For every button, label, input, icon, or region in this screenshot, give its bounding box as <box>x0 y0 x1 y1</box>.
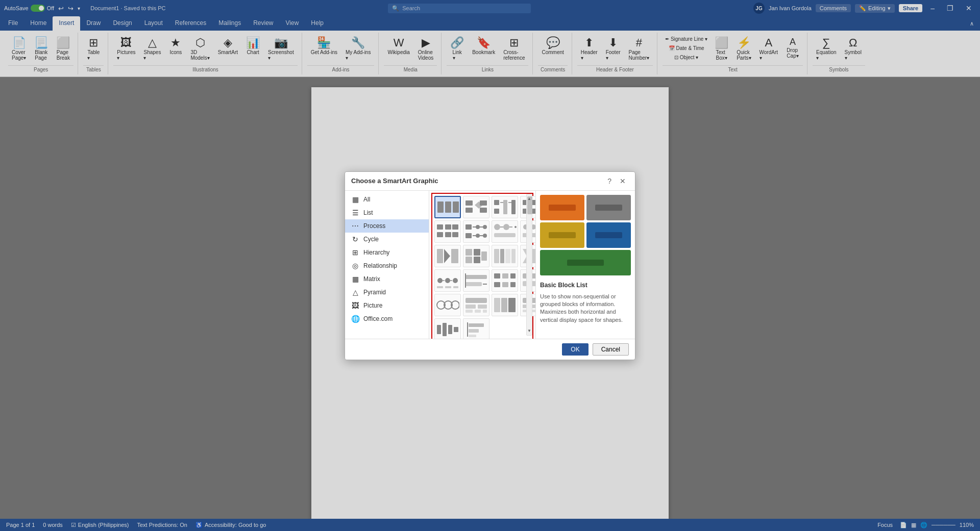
svg-rect-70 <box>445 286 451 288</box>
smartart-svg-5 <box>436 222 459 241</box>
svg-rect-22 <box>445 224 451 230</box>
smartart-svg-22 <box>464 320 488 339</box>
svg-rect-100 <box>437 325 441 334</box>
category-all[interactable]: ▦ All <box>345 193 429 206</box>
preview-gray <box>586 195 631 220</box>
svg-rect-105 <box>469 323 484 327</box>
smartart-svg-15 <box>493 271 517 290</box>
preview-blue <box>586 222 631 248</box>
category-relationship[interactable]: ◎ Relationship <box>345 259 429 272</box>
category-office-label: Office.com <box>363 315 393 322</box>
svg-rect-41 <box>494 233 516 237</box>
svg-rect-78 <box>502 273 508 279</box>
category-list[interactable]: ☰ List <box>345 206 429 219</box>
svg-rect-90 <box>478 305 487 309</box>
category-list-label: List <box>363 209 373 216</box>
preview-yellow-bar <box>549 232 575 238</box>
smartart-item-2[interactable] <box>463 196 489 218</box>
svg-rect-0 <box>437 201 444 213</box>
smartart-item-15[interactable] <box>492 269 518 292</box>
svg-rect-2 <box>453 201 459 213</box>
category-cycle[interactable]: ↻ Cycle <box>345 233 429 246</box>
svg-rect-81 <box>510 282 516 287</box>
smartart-item-17[interactable] <box>434 294 461 316</box>
category-all-label: All <box>363 196 370 203</box>
svg-rect-92 <box>475 310 481 313</box>
svg-rect-9 <box>494 209 499 214</box>
svg-point-31 <box>476 234 480 238</box>
ok-button[interactable]: OK <box>562 343 588 356</box>
smartart-svg-11 <box>493 246 517 266</box>
svg-rect-61 <box>511 249 516 263</box>
category-matrix-label: Matrix <box>363 275 380 283</box>
preview-blue-bar <box>595 232 622 238</box>
smartart-svg-9 <box>436 246 459 266</box>
svg-rect-52 <box>451 249 458 263</box>
svg-point-33 <box>483 225 487 229</box>
category-cycle-label: Cycle <box>363 236 379 243</box>
dialog-preview: Basic Block List Use to show non-sequent… <box>535 191 635 339</box>
category-hierarchy[interactable]: ⊞ Hierarchy <box>345 246 429 259</box>
category-picture[interactable]: 🖼 Picture <box>345 299 429 312</box>
smartart-item-21[interactable] <box>434 318 461 339</box>
category-pyramid-icon: △ <box>351 288 359 296</box>
smartart-svg-1 <box>436 197 459 217</box>
dialog-smartart-grid: ▼ ▲ <box>429 191 535 339</box>
smartart-item-3[interactable] <box>492 196 518 218</box>
dialog-close-button[interactable]: ✕ <box>617 176 629 186</box>
preview-name: Basic Block List <box>540 282 631 289</box>
smartart-svg-21 <box>436 320 459 339</box>
smartart-item-19[interactable] <box>492 294 518 316</box>
scrollbar-up[interactable]: ▲ <box>527 196 531 201</box>
smartart-item-18[interactable] <box>463 294 489 316</box>
smartart-item-5[interactable] <box>434 220 461 243</box>
svg-point-38 <box>503 224 509 230</box>
svg-rect-93 <box>483 310 487 313</box>
smartart-item-22[interactable] <box>463 318 489 339</box>
smartart-item-11[interactable] <box>492 245 518 267</box>
smartart-item-10[interactable] <box>463 245 489 267</box>
svg-rect-56 <box>474 257 480 263</box>
smartart-svg-3 <box>493 197 517 217</box>
svg-rect-55 <box>474 249 480 256</box>
svg-rect-7 <box>480 208 487 213</box>
svg-rect-3 <box>465 200 473 206</box>
dialog-footer: OK Cancel <box>345 339 635 360</box>
svg-rect-50 <box>437 249 443 263</box>
svg-rect-72 <box>465 275 487 279</box>
svg-rect-102 <box>448 325 452 334</box>
smartart-item-9[interactable] <box>434 245 461 267</box>
svg-rect-103 <box>454 327 458 332</box>
category-process[interactable]: ⋯ Process <box>345 219 429 233</box>
category-process-icon: ⋯ <box>351 222 359 230</box>
smartart-item-7[interactable] <box>492 220 518 243</box>
category-all-icon: ▦ <box>351 195 359 204</box>
svg-rect-23 <box>445 232 451 237</box>
preview-yellow <box>540 222 584 248</box>
svg-point-40 <box>514 226 517 228</box>
smartart-svg-18 <box>464 295 488 315</box>
svg-rect-106 <box>469 329 479 333</box>
svg-rect-89 <box>465 305 476 309</box>
preview-grid <box>540 195 631 275</box>
category-matrix[interactable]: ▦ Matrix <box>345 272 429 286</box>
smartart-item-14[interactable] <box>463 269 489 292</box>
scrollbar-down[interactable]: ▼ <box>527 328 531 333</box>
smartart-dialog: Choose a SmartArt Graphic ? ✕ ▦ All ☰ Li… <box>345 171 635 360</box>
category-matrix-icon: ▦ <box>351 275 359 283</box>
category-office[interactable]: 🌐 Office.com <box>345 312 429 325</box>
cancel-button[interactable]: Cancel <box>593 343 629 356</box>
svg-rect-60 <box>505 249 510 263</box>
smartart-scrollbar[interactable]: ▼ ▲ <box>526 194 532 336</box>
category-list-icon: ☰ <box>351 209 359 217</box>
svg-marker-51 <box>444 249 450 263</box>
dialog-title-buttons: ? ✕ <box>604 176 629 186</box>
category-pyramid[interactable]: △ Pyramid <box>345 286 429 299</box>
category-cycle-icon: ↻ <box>351 235 359 243</box>
smartart-item-6[interactable] <box>463 220 489 243</box>
smartart-item-13[interactable] <box>434 269 461 292</box>
svg-rect-58 <box>494 249 499 263</box>
dialog-help-button[interactable]: ? <box>604 176 615 186</box>
dialog-title: Choose a SmartArt Graphic <box>351 177 438 185</box>
smartart-item-1[interactable] <box>434 196 461 218</box>
